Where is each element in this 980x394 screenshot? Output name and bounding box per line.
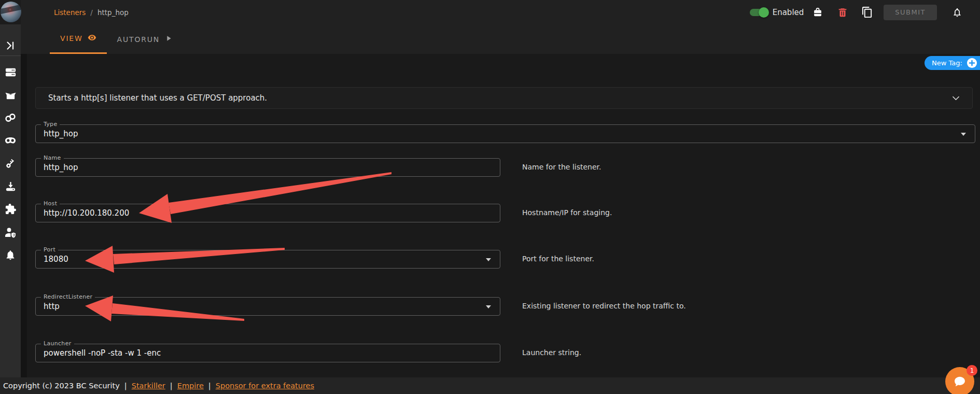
field-value: http_hop bbox=[44, 125, 78, 143]
footer-separator: | bbox=[170, 382, 173, 390]
bell-icon[interactable] bbox=[0, 248, 21, 262]
field-row-redirectlistener: RedirectListener http Existing listener … bbox=[27, 297, 980, 320]
submit-button[interactable]: SUBMIT bbox=[884, 5, 937, 20]
field-row-name: Name http_hop Name for the listener. bbox=[27, 158, 980, 181]
sidebar-divider bbox=[0, 55, 21, 56]
tab-view[interactable]: VIEW bbox=[50, 24, 107, 54]
server-stack-icon[interactable] bbox=[0, 65, 21, 79]
footer-separator: | bbox=[208, 382, 211, 390]
footer-separator: | bbox=[124, 382, 127, 390]
field-value: powershell -noP -sta -w 1 -enc bbox=[44, 344, 161, 362]
host-input[interactable]: Host http://10.200.180.200 bbox=[35, 204, 500, 222]
field-value: http bbox=[44, 298, 60, 315]
app-window: Listeners / http_hop Enabled SUBMIT VIEW bbox=[0, 0, 980, 394]
chat-unread-badge: 1 bbox=[967, 365, 977, 376]
field-help: Launcher string. bbox=[522, 348, 581, 357]
breadcrumb: Listeners / http_hop bbox=[54, 0, 129, 24]
new-tag-label: New Tag: bbox=[932, 59, 962, 67]
link-icon[interactable] bbox=[0, 111, 21, 124]
dropdown-caret-icon bbox=[486, 305, 491, 308]
tab-autorun-label: AUTORUN bbox=[117, 35, 160, 44]
listener-description: Starts a http[s] listener that uses a GE… bbox=[48, 88, 267, 109]
open-box-icon[interactable] bbox=[0, 88, 21, 102]
topbar: Listeners / http_hop Enabled SUBMIT bbox=[21, 0, 980, 24]
new-tag-chip[interactable]: New Tag: bbox=[925, 56, 980, 70]
chevron-down-icon[interactable] bbox=[951, 93, 961, 105]
dropdown-caret-icon bbox=[486, 258, 491, 261]
dropdown-caret-icon bbox=[961, 133, 966, 136]
mask-icon[interactable] bbox=[0, 134, 21, 147]
field-help: Hostname/IP for staging. bbox=[522, 208, 612, 217]
field-row-port: Port 18080 Port for the listener. bbox=[27, 250, 980, 273]
play-icon bbox=[164, 34, 173, 44]
topbar-actions: Enabled SUBMIT bbox=[750, 0, 962, 24]
sidebar bbox=[0, 24, 21, 377]
enabled-toggle[interactable] bbox=[750, 9, 767, 16]
field-help: Name for the listener. bbox=[522, 163, 601, 171]
user-shield-icon[interactable] bbox=[0, 226, 21, 239]
field-help: Port for the listener. bbox=[522, 255, 594, 263]
download-icon[interactable] bbox=[0, 179, 21, 193]
footer: Copyright (c) 2023 BC Security | Starkil… bbox=[0, 377, 980, 394]
breadcrumb-listeners-link[interactable]: Listeners bbox=[54, 8, 86, 17]
tab-autorun[interactable]: AUTORUN bbox=[107, 24, 183, 54]
chat-bubble-icon bbox=[953, 374, 967, 389]
puzzle-icon[interactable] bbox=[0, 202, 21, 216]
trash-icon[interactable] bbox=[837, 7, 848, 18]
sponsor-link[interactable]: Sponsor for extra features bbox=[216, 382, 314, 390]
field-row-host: Host http://10.200.180.200 Hostname/IP f… bbox=[27, 204, 980, 227]
port-select[interactable]: Port 18080 bbox=[35, 250, 500, 269]
starkiller-logo[interactable] bbox=[1, 2, 21, 22]
field-value: 18080 bbox=[44, 250, 68, 268]
scroll-gutter bbox=[21, 54, 27, 377]
field-row-launcher: Launcher powershell -noP -sta -w 1 -enc … bbox=[27, 344, 980, 367]
add-tag-plus-icon[interactable] bbox=[967, 58, 977, 68]
enabled-label: Enabled bbox=[773, 8, 804, 17]
launcher-input[interactable]: Launcher powershell -noP -sta -w 1 -enc bbox=[35, 344, 500, 362]
field-help: Existing listener to redirect the hop tr… bbox=[522, 302, 686, 310]
starkiller-link[interactable]: Starkiller bbox=[132, 382, 165, 390]
field-value: http_hop bbox=[44, 159, 78, 176]
copyright-text: Copyright (c) 2023 BC Security bbox=[3, 382, 120, 390]
listener-form: New Tag: Starts a http[s] listener that … bbox=[27, 54, 980, 377]
breadcrumb-separator: / bbox=[90, 8, 93, 17]
field-row-type: Type http_hop bbox=[27, 124, 980, 147]
field-value: http://10.200.180.200 bbox=[44, 204, 129, 222]
tabbar: VIEW AUTORUN bbox=[21, 24, 980, 54]
listener-description-card: Starts a http[s] listener that uses a GE… bbox=[35, 87, 973, 109]
name-input[interactable]: Name http_hop bbox=[35, 158, 500, 177]
redirectlistener-select[interactable]: RedirectListener http bbox=[35, 297, 500, 316]
toggle-thumb bbox=[759, 7, 769, 18]
breadcrumb-current: http_hop bbox=[97, 8, 129, 17]
key-icon[interactable] bbox=[0, 157, 21, 170]
expand-icon[interactable] bbox=[0, 39, 21, 52]
logo-eye bbox=[8, 7, 12, 12]
eye-icon bbox=[88, 33, 96, 44]
copy-icon[interactable] bbox=[861, 6, 873, 18]
empire-link[interactable]: Empire bbox=[177, 382, 204, 390]
notifications-bell-icon[interactable] bbox=[952, 7, 962, 18]
briefcase-icon[interactable] bbox=[812, 7, 823, 18]
tab-view-label: VIEW bbox=[60, 34, 83, 43]
type-select[interactable]: Type http_hop bbox=[35, 124, 975, 143]
